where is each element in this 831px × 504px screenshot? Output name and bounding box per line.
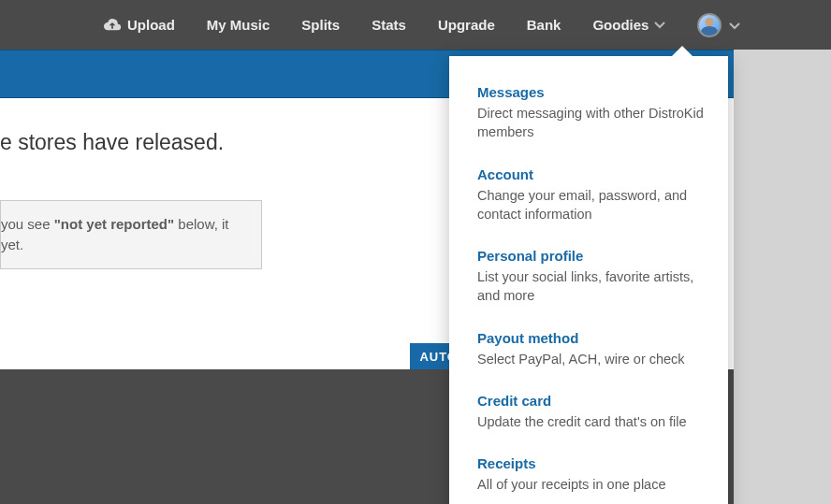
page-headline: e stores have released. [0, 130, 224, 154]
dropdown-desc: Direct messaging with other DistroKid me… [477, 104, 704, 142]
nav-goodies[interactable]: Goodies [592, 17, 665, 33]
nav-upload-label: Upload [127, 17, 175, 33]
dropdown-item-payout[interactable]: Payout method Select PayPal, ACH, wire o… [477, 330, 704, 368]
dropdown-title: Credit card [477, 393, 704, 409]
notice-text-3: yet. [1, 237, 23, 252]
nav-upload[interactable]: Upload [103, 17, 175, 33]
dropdown-desc: List your social links, favorite artists… [477, 267, 704, 306]
dropdown-title: Receipts [477, 455, 704, 471]
dropdown-title: Account [477, 166, 704, 182]
nav-mymusic-label: My Music [207, 17, 270, 33]
dropdown-item-messages[interactable]: Messages Direct messaging with other Dis… [477, 84, 704, 142]
dropdown-desc: All of your receipts in one place [477, 475, 704, 494]
dropdown-title: Personal profile [477, 248, 704, 264]
nav-stats-label: Stats [372, 17, 406, 33]
notice-text-1: you see [1, 216, 54, 232]
notice-text-2: below, it [174, 216, 228, 232]
nav-upgrade-label: Upgrade [438, 17, 495, 33]
top-nav: Upload My Music Splits Stats Upgrade Ban… [0, 0, 831, 50]
dropdown-item-account[interactable]: Account Change your email, password, and… [477, 166, 704, 224]
chevron-down-icon [729, 17, 740, 34]
nav-bank-label: Bank [527, 17, 561, 33]
page-gutter [734, 50, 831, 504]
info-notice: you see "not yet reported" below, it yet… [0, 200, 262, 269]
nav-goodies-label: Goodies [592, 17, 649, 33]
dropdown-desc: Update the credit card that's on file [477, 412, 704, 431]
dropdown-item-profile[interactable]: Personal profile List your social links,… [477, 248, 704, 306]
chevron-down-icon [654, 22, 665, 29]
nav-upgrade[interactable]: Upgrade [438, 17, 495, 33]
dropdown-title: Messages [477, 84, 704, 100]
account-menu-trigger[interactable] [697, 13, 740, 37]
dropdown-title: Payout method [477, 330, 704, 346]
account-dropdown: Messages Direct messaging with other Dis… [449, 56, 728, 504]
dropdown-desc: Select PayPal, ACH, wire or check [477, 350, 704, 368]
cloud-upload-icon [103, 18, 122, 32]
dropdown-item-creditcard[interactable]: Credit card Update the credit card that'… [477, 393, 704, 431]
nav-splits-label: Splits [301, 17, 340, 33]
nav-bank[interactable]: Bank [527, 17, 561, 33]
nav-stats[interactable]: Stats [372, 17, 406, 33]
avatar [697, 13, 722, 37]
dropdown-desc: Change your email, password, and contact… [477, 186, 704, 224]
nav-splits[interactable]: Splits [301, 17, 340, 33]
dropdown-item-receipts[interactable]: Receipts All of your receipts in one pla… [477, 455, 704, 494]
nav-mymusic[interactable]: My Music [207, 17, 270, 33]
notice-bold: "not yet reported" [54, 216, 174, 232]
